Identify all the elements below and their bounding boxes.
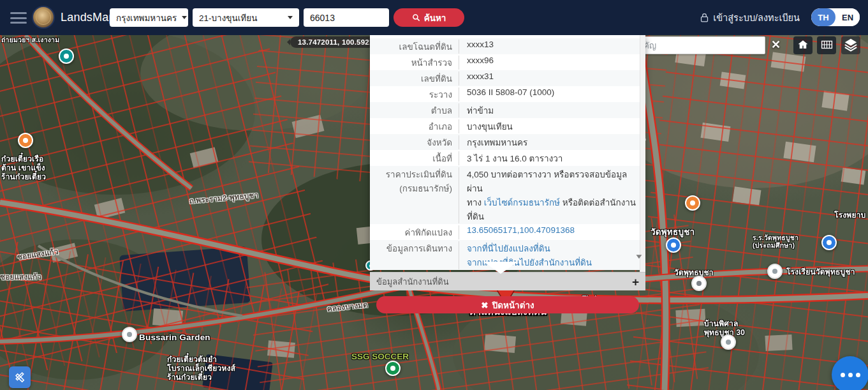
directions-to-office-link[interactable]: จากแปลงที่ดินไปยังสำนักงานที่ดิน xyxy=(467,258,592,267)
poi-soccer[interactable] xyxy=(385,361,401,376)
pencil-ruler-icon xyxy=(13,371,26,384)
row-value: 3 ไร่ 1 งาน 16.0 ตารางวา xyxy=(459,151,645,165)
parcel-coordinates-link[interactable]: 13.65065171,100.47091368 xyxy=(467,225,575,235)
row-label: ค่าพิกัดแปลง xyxy=(370,225,459,239)
lang-th-button[interactable]: TH xyxy=(811,8,835,26)
ellipsis-icon xyxy=(856,373,860,377)
row-value: 13.65065171,100.47091368 xyxy=(459,225,645,239)
row-province: จังหวัด กรุงเทพมหานคร xyxy=(370,134,645,150)
poi-shopping-1[interactable] xyxy=(666,237,681,253)
grid-icon xyxy=(821,40,833,52)
land-office-accordion[interactable]: ข้อมูลสำนักงานที่ดิน + xyxy=(370,272,645,290)
row-label: ตำบล xyxy=(370,103,459,117)
row-value: จากที่นี่ไปยังแปลงที่ดิน จากแปลงที่ดินไป… xyxy=(459,241,645,269)
district-select[interactable]: 21-บางขุนเทียน xyxy=(193,8,299,27)
province-select-value: กรุงเทพมหานคร xyxy=(116,11,177,25)
row-travel-info: ข้อมูลการเดินทาง จากที่นี่ไปยังแปลงที่ดิ… xyxy=(370,240,645,270)
login-register-button[interactable]: เข้าสู่ระบบ/ลงทะเบียน xyxy=(696,0,804,35)
row-subdistrict: ตำบล ท่าข้าม xyxy=(370,102,645,118)
price-value-line1: 4,050 บาทต่อตารางวา หรือตรวจสอบข้อมูลผ่า… xyxy=(467,167,636,195)
parcel-info-table: เลขโฉนดที่ดิน xxxx13 หน้าสำรวจ xxxx96 เล… xyxy=(370,35,645,272)
layers-button[interactable] xyxy=(841,36,860,54)
row-label: ราคาประเมินที่ดิน (กรมธนารักษ์) xyxy=(370,167,459,223)
parcel-number-input[interactable] xyxy=(304,8,389,27)
row-label: เลขโฉนดที่ดิน xyxy=(370,40,459,54)
grid-button[interactable] xyxy=(817,36,836,54)
top-navbar: LandsMaps กรุงเทพมหานคร 21-บางขุนเทียน ค… xyxy=(0,0,868,35)
poi-temple[interactable] xyxy=(691,276,707,291)
scroll-down-caret-icon[interactable]: ▼ xyxy=(635,253,644,260)
row-map-sheet: ระวาง 5036 II 5808-07 (1000) xyxy=(370,86,645,102)
row-district: อำเภอ บางขุนเทียน xyxy=(370,118,645,134)
row-value: บางขุนเทียน xyxy=(459,119,645,133)
row-value: 5036 II 5808-07 (1000) xyxy=(459,87,645,101)
poi-orange-right[interactable] xyxy=(685,195,700,211)
price-value-line2: ทาง เว็บไซด์กรมธนารักษ์ หรือติดต่อสำนักง… xyxy=(467,195,636,223)
lock-icon xyxy=(700,13,709,22)
treasury-website-link[interactable]: เว็บไซด์กรมธนารักษ์ xyxy=(484,198,560,207)
province-select[interactable]: กรุงเทพมหานคร xyxy=(110,8,188,27)
close-button-label: ปิดหน้าต่าง xyxy=(492,301,534,310)
row-value: xxxx96 xyxy=(459,56,645,70)
row-label: ระวาง xyxy=(370,87,459,101)
clear-search-icon[interactable]: ✕ xyxy=(771,38,781,52)
accordion-title: ข้อมูลสำนักงานที่ดิน xyxy=(376,275,449,289)
row-value: กรุงเทพมหานคร xyxy=(459,135,645,149)
dol-logo xyxy=(32,6,55,29)
chevron-down-icon xyxy=(182,16,187,19)
price-label-line1: ราคาประเมินที่ดิน xyxy=(370,167,452,181)
chevron-down-icon xyxy=(288,16,293,19)
row-label: เนื้อที่ xyxy=(370,151,459,165)
row-value: xxxx13 xyxy=(459,40,645,54)
close-x-icon: ✖ xyxy=(481,301,488,310)
poi-teal-topleft[interactable] xyxy=(59,49,74,64)
row-label: หน้าสำรวจ xyxy=(370,56,459,70)
row-value: ท่าข้าม xyxy=(459,103,645,117)
row-parcel-number: เลขที่ดิน xxxx31 xyxy=(370,70,645,86)
layers-icon xyxy=(844,38,858,54)
row-label: เลขที่ดิน xyxy=(370,71,459,86)
district-select-value: 21-บางขุนเทียน xyxy=(199,11,257,25)
home-extent-button[interactable] xyxy=(793,36,813,54)
row-deed-number: เลขโฉนดที่ดิน xxxx13 xyxy=(370,38,645,54)
poi-school[interactable] xyxy=(767,264,783,279)
row-area: เนื้อที่ 3 ไร่ 1 งาน 16.0 ตารางวา xyxy=(370,150,645,166)
login-register-label: เข้าสู่ระบบ/ลงทะเบียน xyxy=(713,10,800,25)
row-survey-page: หน้าสำรวจ xxxx96 xyxy=(370,54,645,70)
price-pre-text: ทาง xyxy=(467,198,484,207)
directions-to-parcel-link[interactable]: จากที่นี่ไปยังแปลงที่ดิน xyxy=(467,244,550,253)
price-label-line2: (กรมธนารักษ์) xyxy=(370,181,452,195)
ellipsis-icon xyxy=(848,373,853,377)
lang-en-button[interactable]: EN xyxy=(835,8,860,26)
row-label: อำเภอ xyxy=(370,119,459,133)
row-label: ข้อมูลการเดินทาง xyxy=(370,241,459,269)
more-options-button[interactable] xyxy=(832,356,868,390)
poi-bussarin-garden[interactable] xyxy=(122,327,137,342)
search-button[interactable]: ค้นหา xyxy=(394,8,464,27)
search-icon xyxy=(412,13,420,22)
home-icon xyxy=(797,39,809,52)
landsmaps-app: ถ่ายมวยฯ ส.เงางามก๋วยเตี๋ยวเรือต้าน เขาแ… xyxy=(0,0,868,390)
close-window-button[interactable]: ✖ปิดหน้าต่าง xyxy=(376,296,639,313)
poi-baan-phisan[interactable] xyxy=(721,334,736,350)
row-value: xxxx31 xyxy=(459,71,645,86)
menu-hamburger-icon[interactable] xyxy=(10,12,27,24)
search-button-label: ค้นหา xyxy=(424,11,446,25)
draw-measure-tool-button[interactable] xyxy=(9,366,31,388)
poi-shopping-2[interactable] xyxy=(821,235,837,250)
row-parcel-coordinates: ค่าพิกัดแปลง 13.65065171,100.47091368 xyxy=(370,224,645,240)
row-appraisal-price: ราคาประเมินที่ดิน (กรมธนารักษ์) 4,050 บา… xyxy=(370,166,645,224)
row-value: 4,050 บาทต่อตารางวา หรือตรวจสอบข้อมูลผ่า… xyxy=(459,167,645,223)
poi-restaurant-left[interactable] xyxy=(18,133,33,148)
ellipsis-icon xyxy=(841,373,845,377)
language-toggle: TH EN xyxy=(811,8,860,26)
expand-plus-icon[interactable]: + xyxy=(632,276,639,288)
parcel-info-panel: เลขโฉนดที่ดิน xxxx13 หน้าสำรวจ xxxx96 เล… xyxy=(370,35,645,262)
row-label: จังหวัด xyxy=(370,135,459,149)
